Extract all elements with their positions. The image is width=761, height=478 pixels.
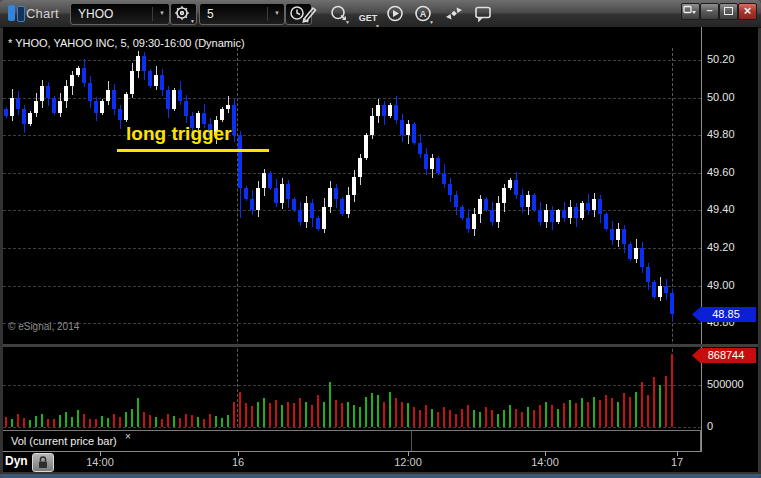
candle (268, 173, 272, 188)
volume-bar (107, 418, 109, 427)
candle (502, 188, 506, 203)
annotation-text[interactable]: long trigger (126, 123, 232, 145)
volume-bar (131, 409, 133, 427)
volume-bar (281, 405, 283, 427)
candle (238, 135, 242, 188)
candle (454, 195, 458, 206)
candle (532, 195, 536, 210)
candle (484, 199, 488, 210)
volume-bar (419, 410, 421, 427)
window-bottom-edge (0, 474, 761, 478)
volume-bar (185, 414, 187, 427)
volume-bar (209, 414, 211, 427)
volume-bar (83, 414, 85, 427)
volume-bar (443, 407, 445, 427)
lock-scale-button[interactable] (32, 453, 54, 472)
volume-bar (329, 382, 331, 427)
volume-bar (191, 415, 193, 427)
volume-bar (359, 407, 361, 427)
volume-bar (287, 402, 289, 427)
volume-bar (47, 419, 49, 427)
candle (154, 75, 158, 86)
volume-bar (269, 403, 271, 427)
candle (262, 173, 266, 188)
tab-close-icon[interactable]: × (125, 432, 131, 442)
candle (496, 203, 500, 222)
volume-bar (299, 398, 301, 427)
volume-bar (659, 385, 661, 427)
volume-bar (341, 403, 343, 427)
candle (580, 203, 584, 218)
volume-bar (581, 398, 583, 427)
candle (232, 105, 236, 135)
volume-bar (59, 415, 61, 427)
session-separator-line (237, 48, 238, 427)
candle (604, 214, 608, 229)
volume-bar (347, 402, 349, 427)
volume-bar (101, 416, 103, 427)
volume-bar (557, 409, 559, 427)
volume-bar (671, 354, 673, 427)
volume-bar (527, 407, 529, 427)
candle (370, 116, 374, 135)
tabstrip-right-border (700, 430, 701, 452)
tab-vol-study[interactable]: Vol (current price bar) × (3, 431, 411, 451)
candle (514, 180, 518, 195)
volume-bar (245, 403, 247, 427)
volume-bar (173, 416, 175, 427)
volume-bar (155, 417, 157, 427)
candle (442, 173, 446, 184)
volume-bar (161, 419, 163, 427)
candle (544, 210, 548, 221)
time-axis-strip[interactable]: Dyn (3, 452, 758, 472)
candle (550, 210, 554, 221)
price-gridline (3, 135, 701, 136)
price-axis-line[interactable] (701, 27, 702, 452)
last-volume-badge: 868744 (692, 348, 756, 363)
volume-bar (539, 405, 541, 427)
candle (412, 124, 416, 143)
volume-axis-label: 500000 (707, 378, 744, 390)
volume-bar (293, 403, 295, 427)
volume-bar (497, 414, 499, 427)
volume-bar (137, 398, 139, 427)
volume-bar (119, 417, 121, 427)
volume-bar (263, 398, 265, 427)
volume-bar (353, 405, 355, 427)
chart-plot-layer[interactable]: 50.2050.0049.8049.6049.4049.2049.0048.80… (0, 0, 761, 478)
volume-bar (605, 395, 607, 427)
candle (46, 86, 50, 97)
candle (640, 248, 644, 267)
candle (112, 90, 116, 109)
candle (418, 143, 422, 154)
pane-separator[interactable] (3, 344, 758, 347)
candle (340, 199, 344, 214)
volume-bar (509, 405, 511, 427)
candle (520, 195, 524, 206)
candle (274, 188, 278, 203)
candle (568, 207, 572, 218)
dyn-mode-label[interactable]: Dyn (5, 454, 28, 468)
volume-bar (149, 415, 151, 427)
candle (64, 86, 68, 101)
volume-bar (323, 402, 325, 427)
candle (478, 199, 482, 214)
annotation-trendline[interactable] (117, 149, 269, 152)
candle (406, 124, 410, 135)
volume-bar (461, 409, 463, 427)
candle (250, 199, 254, 210)
candle (622, 229, 626, 244)
volume-bar (113, 414, 115, 427)
volume-bar (89, 419, 91, 427)
volume-bar (11, 419, 13, 427)
volume-bar (335, 400, 337, 427)
volume-bar (371, 393, 373, 427)
price-gridline (3, 248, 701, 249)
volume-bar (587, 402, 589, 427)
candle (616, 229, 620, 240)
volume-gridline (3, 385, 701, 386)
candle (388, 105, 392, 116)
price-axis-label: 49.00 (707, 279, 735, 291)
candle (142, 56, 146, 71)
volume-bar (413, 407, 415, 427)
